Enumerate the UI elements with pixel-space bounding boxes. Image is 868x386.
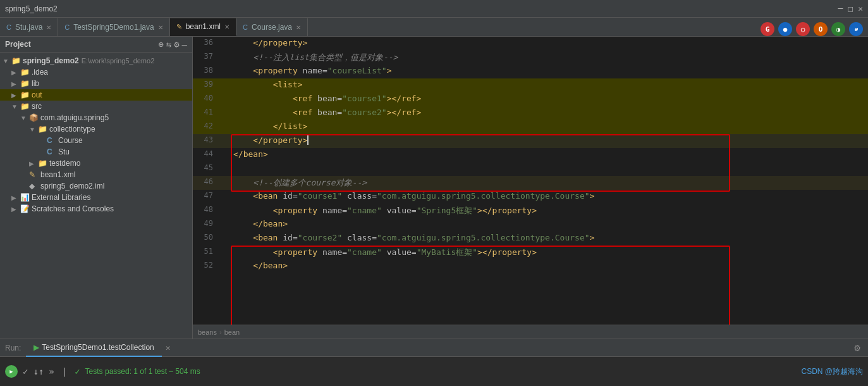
tree-item-extlibs[interactable]: ▶ 📊 External Libraries <box>0 192 192 203</box>
window-title-bar: spring5_demo2 ─ □ ✕ <box>0 0 868 18</box>
code-lines: 36 </property> 37 <!--注入list集合类型，值是对象-->… <box>193 37 868 273</box>
bottom-settings-icon[interactable]: ⚙ <box>854 342 868 354</box>
rerun-icon[interactable]: » <box>49 366 54 377</box>
line-code-43: </property> <box>231 134 868 146</box>
line-num-38: 38 <box>193 65 218 75</box>
tree-item-out[interactable]: ▶ 📁 out <box>0 89 192 101</box>
browser-icon-5[interactable]: ◑ <box>831 22 845 36</box>
browser-icon-1[interactable]: G <box>761 22 774 36</box>
line-code-45 <box>231 162 868 174</box>
tree-item-root[interactable]: ▼ 📁 spring5_demo2 E:\work\spring5_demo2 <box>0 55 192 66</box>
code-content[interactable]: 36 </property> 37 <!--注入list集合类型，值是对象-->… <box>193 37 868 325</box>
tree-item-package[interactable]: ▼ 📦 com.atguigu.spring5 <box>0 112 192 123</box>
step-icon[interactable]: ↓↑ <box>33 366 44 377</box>
code-line-41: 41 <ref bean="course2"></ref> <box>193 106 868 120</box>
line-num-48: 48 <box>193 204 218 214</box>
line-code-44: </bean> <box>231 148 868 160</box>
tree-arrow-collectiontype: ▼ <box>29 126 38 133</box>
tree-label-bean1: bean1.xml <box>40 170 75 179</box>
tab-stu-icon: C <box>6 23 11 31</box>
tab-course-label: Course.java <box>252 23 292 32</box>
window-controls: ─ □ ✕ <box>838 4 863 13</box>
line-num-37: 37 <box>193 51 218 61</box>
tree-xml-bean1-icon: ✎ <box>29 170 39 179</box>
sidebar-settings-icon[interactable]: ⚙ <box>174 39 179 49</box>
line-num-36: 36 <box>193 37 218 47</box>
tree-arrow-src: ▼ <box>11 103 20 110</box>
tree-arrow-testdemo: ▶ <box>29 160 38 167</box>
bottom-tab-bar: Run: ▶ TestSpring5Demo1.testCollection ✕… <box>0 339 868 357</box>
tree-class-stu-icon: C <box>47 147 57 156</box>
tab-bean[interactable]: ✎ bean1.xml ✕ <box>170 18 236 36</box>
line-num-49: 49 <box>193 218 218 228</box>
line-num-51: 51 <box>193 246 218 256</box>
separator-1: | <box>62 366 67 377</box>
tab-course-close[interactable]: ✕ <box>296 24 301 31</box>
tab-bar: C Stu.java ✕ C TestSpring5Demo1.java ✕ ✎… <box>0 18 868 37</box>
code-line-38: 38 <property name="courseList"> <box>193 65 868 78</box>
code-line-49: 49 </bean> <box>193 218 868 232</box>
tree-item-course[interactable]: C Course <box>0 135 192 146</box>
tree-item-src[interactable]: ▼ 📁 src <box>0 101 192 112</box>
browser-icon-3[interactable]: ○ <box>796 22 810 36</box>
browser-icon-4[interactable]: O <box>814 22 828 36</box>
code-line-36: 36 </property> <box>193 37 868 51</box>
tree-folder-lib-icon: 📁 <box>20 79 30 88</box>
line-num-44: 44 <box>193 148 218 158</box>
tree-item-idea[interactable]: ▶ 📁 .idea <box>0 66 192 78</box>
tree-folder-root-icon: 📁 <box>11 56 21 65</box>
line-num-39: 39 <box>193 78 218 89</box>
tree-arrow-package: ▼ <box>20 115 29 121</box>
tree-folder-src-icon: 📁 <box>20 102 30 111</box>
browser-icons: G ● ○ O ◑ e <box>761 22 863 36</box>
code-line-44: 44 </bean> <box>193 148 868 162</box>
bottom-tab-label: TestSpring5Demo1.testCollection <box>42 343 154 352</box>
tab-stu-close[interactable]: ✕ <box>46 24 51 31</box>
tree-label-collectiontype: collectiontype <box>49 125 95 134</box>
tree-label-scratches: Scratches and Consoles <box>32 204 114 213</box>
tree-item-stu[interactable]: C Stu <box>0 146 192 158</box>
sidebar-title: Project <box>5 40 156 49</box>
bottom-run-label: Run: <box>0 344 26 352</box>
tree-label-extlibs: External Libraries <box>32 193 90 202</box>
sidebar-sync-icon[interactable]: ⇆ <box>166 39 171 49</box>
sidebar-add-icon[interactable]: ⊕ <box>158 39 163 49</box>
code-line-42: 42 </list> <box>193 120 868 134</box>
tab-course[interactable]: C Course.java ✕ <box>236 18 308 36</box>
tree-item-iml[interactable]: ◆ spring5_demo2.iml <box>0 180 192 192</box>
maximize-icon[interactable]: □ <box>848 4 853 13</box>
line-num-50: 50 <box>193 232 218 242</box>
tree-item-collectiontype[interactable]: ▼ 📁 collectiontype <box>0 123 192 135</box>
tree-label-package: com.atguigu.spring5 <box>40 113 109 122</box>
line-num-41: 41 <box>193 106 218 116</box>
tree-item-lib[interactable]: ▶ 📁 lib <box>0 78 192 89</box>
tab-bean-close[interactable]: ✕ <box>224 23 229 30</box>
breadcrumb-bar: beans › bean <box>193 325 868 339</box>
code-line-46: 46 <!--创建多个course对象--> <box>193 176 868 190</box>
tree-label-src: src <box>32 102 42 111</box>
tab-stu[interactable]: C Stu.java ✕ <box>0 18 58 36</box>
run-play-button[interactable]: ▶ <box>5 365 18 378</box>
tab-testspring-icon: C <box>64 23 70 31</box>
tree-label-out: out <box>32 90 42 99</box>
run-play-icon: ▶ <box>9 368 13 375</box>
main-area: Project ⊕ ⇆ ⚙ — ▼ 📁 spring5_demo2 E:\wor… <box>0 37 868 339</box>
tree-item-testdemo[interactable]: ▶ 📁 testdemo <box>0 158 192 169</box>
code-editor[interactable]: 36 </property> 37 <!--注入list集合类型，值是对象-->… <box>193 37 868 339</box>
bottom-tab-close[interactable]: ✕ <box>162 343 174 352</box>
bottom-tab-testcollection[interactable]: ▶ TestSpring5Demo1.testCollection <box>26 339 161 357</box>
tab-testspring[interactable]: C TestSpring5Demo1.java ✕ <box>58 18 169 36</box>
browser-icon-2[interactable]: ● <box>778 22 792 36</box>
tree-item-bean1[interactable]: ✎ bean1.xml <box>0 169 192 180</box>
sidebar-tree: ▼ 📁 spring5_demo2 E:\work\spring5_demo2 … <box>0 53 192 339</box>
minimize-icon[interactable]: ─ <box>838 4 843 13</box>
tree-label-course: Course <box>58 136 83 145</box>
tree-class-course-icon: C <box>47 136 57 145</box>
sidebar-minimize-icon[interactable]: — <box>182 39 187 49</box>
browser-icon-6[interactable]: e <box>849 22 863 36</box>
tree-package-icon: 📦 <box>29 113 39 122</box>
tree-label-iml: spring5_demo2.iml <box>40 182 104 190</box>
tree-item-scratches[interactable]: ▶ 📝 Scratches and Consoles <box>0 203 192 215</box>
tab-testspring-close[interactable]: ✕ <box>158 24 163 31</box>
close-icon[interactable]: ✕ <box>858 4 863 13</box>
